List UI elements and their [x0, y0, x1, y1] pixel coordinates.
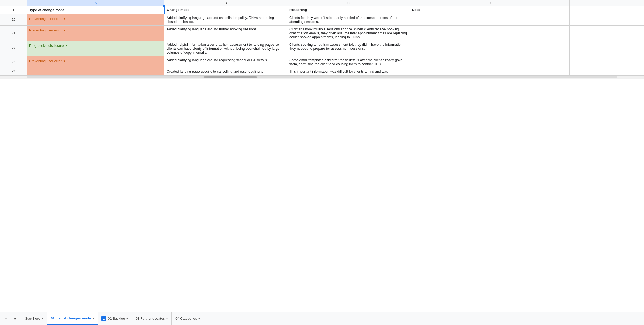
row-20-category-label: Preventing user error — [29, 17, 62, 21]
row-24-col-b[interactable]: Created landing page specific to cancell… — [164, 68, 287, 75]
tab-01-chevron: ▾ — [92, 317, 94, 320]
row-23-col-c-text: Some email templates asked for these det… — [289, 58, 402, 66]
row-20-category: Preventing user error ▼ — [29, 17, 162, 21]
row-20-col-e[interactable] — [570, 14, 644, 26]
tab-start-here[interactable]: Start here ▾ — [21, 312, 47, 325]
row-20-col-d[interactable] — [410, 14, 570, 26]
tab-01-list[interactable]: 01 List of changes made ▾ — [47, 312, 98, 325]
row-22-col-a[interactable]: Progressive disclosure ▼ — [27, 41, 164, 56]
row-21-category: Preventing user error ▼ — [29, 28, 162, 32]
col-a-label: A — [95, 1, 97, 5]
header-col-a[interactable]: Type of change made — [27, 6, 164, 14]
row-21-num: 21 — [0, 25, 27, 41]
tab-04-categories[interactable]: 04 Categories ▾ — [172, 312, 204, 325]
row-21-col-e[interactable] — [570, 25, 644, 41]
tab-03-label: 03 Further updates — [135, 316, 165, 320]
sheet-tabs: Start here ▾ 01 List of changes made ▾ 1… — [21, 312, 204, 325]
scrollbar-track[interactable] — [27, 76, 617, 78]
tab-start-here-label: Start here — [25, 316, 40, 320]
tab-04-chevron: ▾ — [198, 317, 200, 320]
row-23-col-d[interactable] — [410, 56, 570, 68]
row-23-col-b-text: Added clarifying language around request… — [167, 58, 268, 62]
row-21-col-b[interactable]: Added clarifying language around further… — [164, 25, 287, 41]
row-21-col-c[interactable]: Clinicians book multiple sessions at onc… — [287, 25, 410, 41]
row-24-col-d[interactable] — [410, 68, 570, 75]
table-row: 21 Preventing user error ▼ Added clarify… — [0, 25, 644, 41]
sheets-menu-button[interactable]: ≡ — [12, 315, 19, 322]
row-24-col-c[interactable]: This important information was difficult… — [287, 68, 410, 75]
col-a-header[interactable]: A — [27, 0, 164, 6]
tab-03-chevron: ▾ — [166, 317, 168, 320]
row-1-num: 1 — [0, 6, 27, 14]
row-24-col-c-text: This important information was difficult… — [289, 69, 388, 73]
table-row: 20 Preventing user error ▼ Added clarify… — [0, 14, 644, 26]
header-col-b[interactable]: Change made — [164, 6, 287, 14]
row-21-col-a[interactable]: Preventing user error ▼ — [27, 25, 164, 41]
row-20-num: 20 — [0, 14, 27, 26]
header-col-d-text: Note — [412, 8, 420, 12]
row-24-col-e[interactable] — [570, 68, 644, 75]
row-23-col-e[interactable] — [570, 56, 644, 68]
header-col-e[interactable] — [570, 6, 644, 14]
row-num-col-header — [0, 0, 27, 6]
row-20-col-c-text: Clients felt they weren't adequately not… — [289, 16, 397, 24]
tab-02-chevron: ▾ — [126, 317, 128, 320]
table-row: 23 Preventing user error ▼ Added clarify… — [0, 56, 644, 68]
table-row: 24 Created landing page specific to canc… — [0, 68, 644, 75]
col-b-header[interactable]: B — [164, 0, 287, 6]
row-20-dropdown-arrow[interactable]: ▼ — [63, 17, 66, 20]
tab-bar: + ≡ Start here ▾ 01 List of changes made… — [0, 312, 644, 325]
tab-02-badge: 1 — [101, 316, 106, 321]
row-22-col-c[interactable]: Clients seeking an autism assessment fel… — [287, 41, 410, 56]
row-23-col-a[interactable]: Preventing user error ▼ — [27, 56, 164, 68]
row-24-num: 24 — [0, 68, 27, 75]
header-col-a-text: Type of change made — [29, 8, 64, 12]
horizontal-scrollbar[interactable] — [0, 75, 644, 79]
row-21-col-b-text: Added clarifying language around further… — [167, 27, 257, 31]
tab-01-label: 01 List of changes made — [51, 316, 91, 320]
tab-start-here-chevron: ▾ — [42, 317, 43, 320]
table-row: 22 Progressive disclosure ▼ Added helpfu… — [0, 41, 644, 56]
row-24-col-b-text: Created landing page specific to cancell… — [167, 69, 263, 73]
header-col-c-text: Reasoning — [289, 8, 307, 12]
row-20-col-b-text: Added clarifying language around cancell… — [167, 16, 274, 24]
row-22-category: Progressive disclosure ▼ — [29, 44, 162, 48]
row-21-col-d[interactable] — [410, 25, 570, 41]
tab-03-further[interactable]: 03 Further updates ▾ — [132, 312, 172, 325]
header-data-row: 1 Type of change made Change made Reason… — [0, 6, 644, 14]
column-headers: A B C D E — [0, 0, 644, 6]
row-20-col-b[interactable]: Added clarifying language around cancell… — [164, 14, 287, 26]
row-23-dropdown-arrow[interactable]: ▼ — [63, 60, 66, 62]
row-22-col-d[interactable] — [410, 41, 570, 56]
col-d-header[interactable]: D — [410, 0, 570, 6]
spreadsheet: A B C D E 1 Type of change made Change m… — [0, 0, 644, 312]
row-23-col-b[interactable]: Added clarifying language around request… — [164, 56, 287, 68]
row-22-col-e[interactable] — [570, 41, 644, 56]
row-23-col-c[interactable]: Some email templates asked for these det… — [287, 56, 410, 68]
row-20-col-c[interactable]: Clients felt they weren't adequately not… — [287, 14, 410, 26]
row-22-category-label: Progressive disclosure — [29, 44, 64, 48]
row-21-col-c-text: Clinicians book multiple sessions at onc… — [289, 27, 407, 39]
tab-04-label: 04 Categories — [175, 316, 197, 320]
row-23-category-label: Preventing user error — [29, 59, 62, 63]
row-22-col-c-text: Clients seeking an autism assessment fel… — [289, 43, 402, 51]
tab-bar-controls: + ≡ — [2, 315, 19, 322]
row-23-category: Preventing user error ▼ — [29, 59, 162, 63]
header-col-d[interactable]: Note — [410, 6, 570, 14]
selection-indicator — [163, 5, 165, 7]
row-23-num: 23 — [0, 56, 27, 68]
row-22-dropdown-arrow[interactable]: ▼ — [66, 44, 68, 47]
row-21-dropdown-arrow[interactable]: ▼ — [63, 29, 66, 32]
header-col-c[interactable]: Reasoning — [287, 6, 410, 14]
row-22-num: 22 — [0, 41, 27, 56]
row-24-col-a[interactable] — [27, 68, 164, 75]
tab-02-label: 02 Backlog — [108, 316, 125, 320]
scrollbar-thumb[interactable] — [204, 76, 257, 78]
add-sheet-button[interactable]: + — [2, 315, 10, 322]
row-22-col-b[interactable]: Added helpful information around autism … — [164, 41, 287, 56]
tab-02-backlog[interactable]: 1 02 Backlog ▾ — [98, 312, 132, 325]
row-20-col-a[interactable]: Preventing user error ▼ — [27, 14, 164, 26]
col-c-header[interactable]: C — [287, 0, 410, 6]
col-e-header[interactable]: E — [570, 0, 644, 6]
row-22-col-b-text: Added helpful information around autism … — [167, 43, 279, 55]
